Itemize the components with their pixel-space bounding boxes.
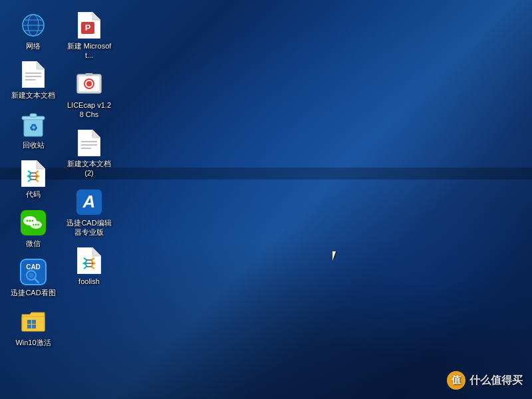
watermark: 值 什么值得买 bbox=[447, 371, 523, 390]
licecap-label: LICEcap v1.28 Chs bbox=[65, 100, 113, 120]
desktop-icon-cad-editor[interactable]: A 迅捷CAD编辑器专业版 bbox=[63, 185, 116, 241]
foolish-label: foolish bbox=[78, 277, 100, 286]
network-icon bbox=[20, 12, 47, 39]
desktop-icon-wechat[interactable]: 微信 bbox=[7, 205, 60, 252]
text-doc-icon bbox=[20, 61, 47, 88]
svg-rect-36 bbox=[32, 320, 36, 324]
svg-marker-48 bbox=[78, 130, 100, 156]
svg-marker-49 bbox=[92, 130, 100, 138]
mouse-cursor bbox=[332, 251, 340, 263]
desktop-icon-licecap[interactable]: LICEcap v1.28 Chs bbox=[63, 67, 116, 124]
svg-marker-16 bbox=[37, 160, 45, 169]
win10-label: Win10激活 bbox=[15, 338, 51, 347]
svg-point-26 bbox=[33, 224, 34, 225]
svg-marker-40 bbox=[92, 12, 100, 20]
svg-marker-6 bbox=[22, 61, 45, 88]
svg-point-28 bbox=[37, 224, 39, 225]
desktop-icon-area: 网络 新建文本文档 ♻ bbox=[0, 0, 146, 386]
wechat-icon bbox=[20, 209, 47, 236]
desktop-icon-new-ppt[interactable]: P 新建 Microsoft... bbox=[63, 8, 116, 65]
svg-text:♻: ♻ bbox=[29, 122, 38, 133]
svg-point-23 bbox=[29, 220, 31, 222]
svg-text:CAD: CAD bbox=[26, 263, 41, 271]
desktop-icon-recycle-bin[interactable]: ♻ 回收站 bbox=[7, 107, 60, 154]
cad-viewer-label: 迅捷CAD看图 bbox=[11, 288, 55, 297]
svg-point-46 bbox=[86, 81, 92, 86]
foolish-icon bbox=[76, 247, 102, 274]
licecap-icon bbox=[76, 71, 102, 98]
svg-rect-13 bbox=[30, 114, 37, 117]
svg-rect-47 bbox=[85, 73, 93, 76]
desktop-icon-win10[interactable]: Win10激活 bbox=[7, 305, 60, 351]
desktop-icon-new-text-doc-2[interactable]: 新建文本文档 (2) bbox=[63, 126, 116, 182]
new-text-doc-2-label: 新建文本文档 (2) bbox=[65, 159, 113, 178]
wechat-label: 微信 bbox=[26, 239, 41, 248]
text-doc-2-icon bbox=[76, 130, 102, 156]
svg-marker-7 bbox=[37, 61, 45, 69]
network-label: 网络 bbox=[26, 41, 41, 51]
desktop-icon-code[interactable]: 代码 bbox=[7, 156, 60, 203]
svg-text:A: A bbox=[82, 192, 96, 211]
desktop-icon-new-text-doc-1[interactable]: 新建文本文档 bbox=[7, 57, 60, 104]
new-ppt-label: 新建 Microsoft... bbox=[65, 41, 113, 61]
svg-marker-56 bbox=[92, 247, 101, 256]
svg-point-27 bbox=[35, 224, 37, 225]
watermark-badge: 值 bbox=[447, 371, 466, 390]
svg-rect-38 bbox=[32, 325, 36, 329]
svg-text:P: P bbox=[85, 23, 91, 33]
cad-viewer-icon: CAD bbox=[20, 259, 47, 285]
dna-icon bbox=[20, 160, 47, 187]
watermark-text: 什么值得买 bbox=[469, 374, 523, 388]
recycle-bin-icon: ♻ bbox=[20, 111, 47, 138]
win10-activate-icon bbox=[20, 309, 47, 335]
new-text-doc-1-label: 新建文本文档 bbox=[11, 90, 55, 100]
desktop-icon-cad-viewer[interactable]: CAD 迅捷CAD看图 bbox=[7, 255, 60, 301]
svg-rect-37 bbox=[27, 325, 31, 329]
watermark-badge-text: 值 bbox=[452, 374, 461, 386]
svg-marker-15 bbox=[21, 160, 45, 187]
desktop-icon-foolish[interactable]: foolish bbox=[63, 243, 116, 290]
desktop-icon-network[interactable]: 网络 bbox=[7, 8, 60, 55]
svg-point-5 bbox=[23, 15, 44, 36]
code-label: 代码 bbox=[26, 190, 41, 199]
ppt-doc-icon: P bbox=[76, 12, 102, 39]
svg-rect-35 bbox=[27, 320, 31, 324]
svg-marker-55 bbox=[77, 247, 101, 274]
svg-point-22 bbox=[27, 220, 29, 222]
cad-editor-label: 迅捷CAD编辑器专业版 bbox=[65, 218, 113, 237]
recycle-bin-label: 回收站 bbox=[23, 140, 45, 150]
svg-point-33 bbox=[29, 273, 34, 278]
cad-editor-icon: A bbox=[76, 189, 102, 215]
